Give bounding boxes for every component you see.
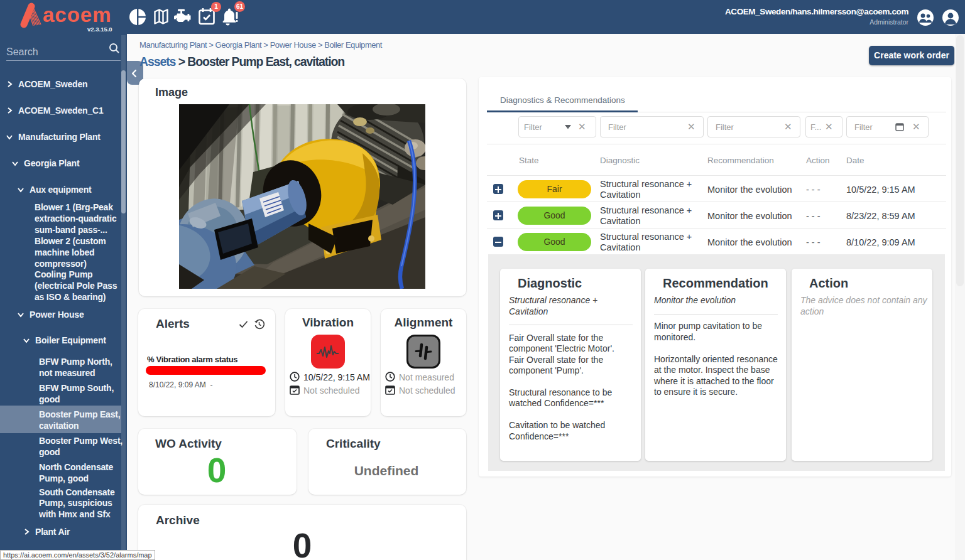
- svg-text:acoem: acoem: [43, 3, 112, 26]
